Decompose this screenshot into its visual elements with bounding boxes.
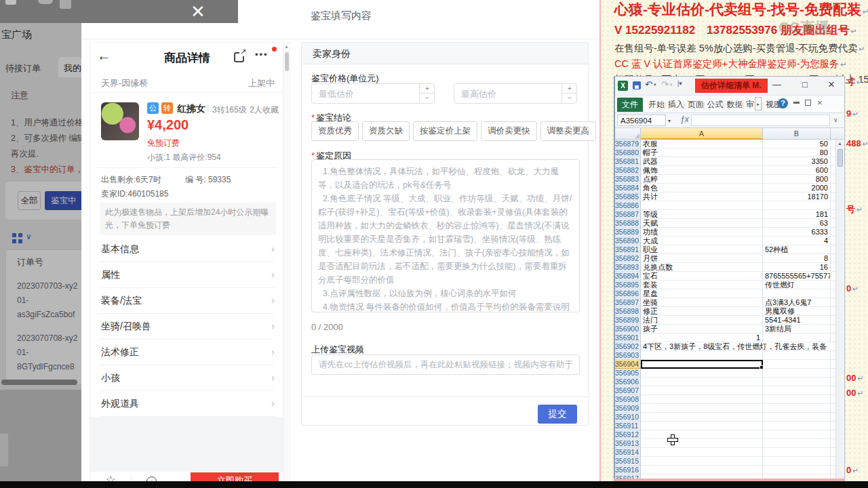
cell-a[interactable] bbox=[641, 201, 763, 210]
cell-b[interactable]: 800 bbox=[763, 175, 831, 184]
cell-b[interactable] bbox=[763, 333, 831, 342]
cell-a[interactable]: 点粹 bbox=[641, 175, 763, 184]
conclusion-option[interactable]: 资质优秀 bbox=[311, 121, 359, 141]
cell-b[interactable]: 8 bbox=[763, 254, 831, 263]
select-all-corner[interactable] bbox=[615, 128, 641, 140]
row-header[interactable]: 356891 bbox=[615, 245, 641, 254]
cell-b[interactable] bbox=[763, 360, 831, 369]
cell-b[interactable] bbox=[763, 457, 831, 466]
cell-b[interactable]: 点3满3人6鬼7 bbox=[763, 298, 831, 307]
row-header[interactable]: 356902 bbox=[615, 342, 641, 351]
cell-a[interactable] bbox=[641, 413, 763, 422]
cell-a[interactable]: 功绩 bbox=[641, 228, 763, 237]
row-header[interactable]: 356879 bbox=[615, 140, 641, 148]
ribbon-tab[interactable]: 页面 bbox=[686, 99, 703, 110]
cell-b[interactable]: 4 bbox=[763, 237, 831, 245]
cell-b[interactable]: 6333 bbox=[763, 228, 831, 237]
section-item[interactable]: 基本信息› bbox=[100, 237, 275, 262]
ribbon-tab[interactable]: 插入 bbox=[666, 99, 684, 110]
product-avatar[interactable] bbox=[101, 102, 139, 140]
cell-a[interactable]: 武器 bbox=[641, 157, 763, 166]
row-header[interactable]: 356881 bbox=[615, 157, 641, 166]
section-item[interactable]: 小孩› bbox=[100, 365, 275, 391]
row-header[interactable]: 356899 bbox=[615, 316, 641, 325]
row-header[interactable]: 356898 bbox=[615, 307, 641, 316]
cell-a[interactable] bbox=[641, 378, 763, 386]
row-header[interactable]: 356890 bbox=[615, 237, 641, 245]
window-minimize-icon[interactable]: — bbox=[772, 79, 781, 89]
window-maximize-icon[interactable]: □ bbox=[802, 79, 808, 89]
row-header[interactable]: 356911 bbox=[615, 422, 641, 430]
conclusion-option[interactable]: 资质欠缺 bbox=[362, 121, 410, 141]
cell-a[interactable] bbox=[641, 395, 763, 404]
cell-a[interactable]: 角色 bbox=[641, 184, 763, 192]
cell-a[interactable] bbox=[641, 430, 763, 439]
cell-a[interactable] bbox=[641, 422, 763, 430]
submit-button[interactable]: 提交 bbox=[538, 405, 577, 424]
cell-b[interactable]: 2000 bbox=[763, 184, 831, 192]
row-header[interactable]: 356901 bbox=[615, 333, 641, 342]
row-header[interactable]: 356907 bbox=[615, 386, 641, 395]
share-icon[interactable] bbox=[234, 52, 244, 62]
vertical-scrollbar[interactable]: ▲ bbox=[283, 43, 290, 487]
row-header[interactable]: 356893 bbox=[615, 263, 641, 272]
cell-b[interactable]: 50 bbox=[763, 140, 831, 148]
cell-a[interactable] bbox=[641, 360, 763, 369]
row-header[interactable]: 356883 bbox=[615, 175, 641, 184]
cell-a[interactable]: 法门 bbox=[641, 316, 763, 325]
row-header[interactable]: 356897 bbox=[615, 298, 641, 307]
cell-b[interactable]: 3350 bbox=[763, 157, 831, 166]
cell-b[interactable] bbox=[763, 289, 831, 298]
more-menu-icon[interactable]: ••• bbox=[255, 49, 269, 60]
cell-a[interactable]: 套装 bbox=[641, 281, 763, 289]
cell-a[interactable]: 天赋 bbox=[641, 219, 763, 228]
excel-title-bar[interactable]: X ↶ ▾ ↷ ▾ |▾ 估价详细清单 M. — □ × bbox=[615, 77, 844, 96]
redo-dropdown-icon[interactable]: ▾ bbox=[670, 82, 673, 87]
scroll-up-icon[interactable]: ▲ bbox=[284, 44, 289, 49]
spreadsheet-grid[interactable]: 356879衣服50356880帽子80356881武器3350356882佩饰… bbox=[615, 140, 844, 481]
quick-access-dropdown-icon[interactable]: |▾ bbox=[677, 80, 682, 87]
max-estimate-input[interactable] bbox=[454, 84, 556, 103]
cell-b[interactable] bbox=[763, 439, 831, 448]
row-header[interactable]: 356892 bbox=[615, 254, 641, 263]
workbook-restore-icon[interactable] bbox=[805, 100, 811, 106]
row-header[interactable]: 356882 bbox=[615, 166, 641, 175]
row-header[interactable]: 356910 bbox=[615, 413, 641, 422]
cell-a[interactable]: 1 bbox=[641, 333, 763, 342]
row-header[interactable]: 356887 bbox=[615, 210, 641, 219]
conclusion-option[interactable]: 按鉴定价上架 bbox=[413, 121, 477, 141]
row-header[interactable]: 356900 bbox=[615, 325, 641, 333]
cell-a[interactable]: 坐骑 bbox=[641, 298, 763, 307]
cell-b[interactable]: 52种植 bbox=[763, 245, 831, 254]
reason-textarea[interactable]: 1.角色整体情况，具体玩法，如平秒仙、程度炮、砍龙、大力魔等，以及适合的玩法，p… bbox=[311, 159, 580, 312]
section-item[interactable]: 外观道具› bbox=[100, 391, 275, 417]
cell-a[interactable]: 衣服 bbox=[641, 140, 763, 148]
help-icon[interactable]: ? bbox=[778, 98, 788, 108]
cell-b[interactable] bbox=[763, 386, 831, 395]
section-item[interactable]: 坐骑/召唤兽› bbox=[100, 314, 275, 340]
cell-b[interactable]: 传世燃灯 bbox=[763, 281, 831, 289]
cell-b[interactable]: 3新结局 bbox=[763, 325, 831, 333]
ribbon-tab[interactable]: 开始 bbox=[646, 99, 664, 110]
cell-a[interactable] bbox=[641, 448, 763, 457]
cell-a[interactable]: 孩子 bbox=[641, 325, 763, 333]
cell-b[interactable] bbox=[763, 448, 831, 457]
cell-b[interactable] bbox=[763, 466, 831, 474]
cell-b[interactable]: 8765555565+755776 bbox=[763, 272, 831, 281]
row-header[interactable]: 356905 bbox=[615, 369, 641, 378]
section-item[interactable]: 法术修正› bbox=[100, 340, 275, 365]
video-link-input[interactable] bbox=[312, 355, 579, 374]
ribbon-tab[interactable]: 公式 bbox=[705, 99, 723, 110]
row-header[interactable]: 356895 bbox=[615, 281, 641, 289]
row-header[interactable]: 356913 bbox=[615, 439, 641, 448]
row-header[interactable]: 356888 bbox=[615, 219, 641, 228]
cell-a[interactable] bbox=[641, 404, 763, 413]
stepper-up-icon[interactable]: + bbox=[562, 84, 577, 94]
column-header-b[interactable]: B bbox=[763, 128, 831, 140]
insert-function-icon[interactable]: ƒx bbox=[680, 115, 689, 124]
redo-icon[interactable]: ↷ bbox=[661, 79, 669, 89]
cell-a[interactable] bbox=[641, 386, 763, 395]
close-icon[interactable]: ✕ bbox=[191, 1, 205, 22]
row-header[interactable]: 356909 bbox=[615, 404, 641, 413]
file-tab[interactable]: 文件 bbox=[617, 98, 643, 112]
